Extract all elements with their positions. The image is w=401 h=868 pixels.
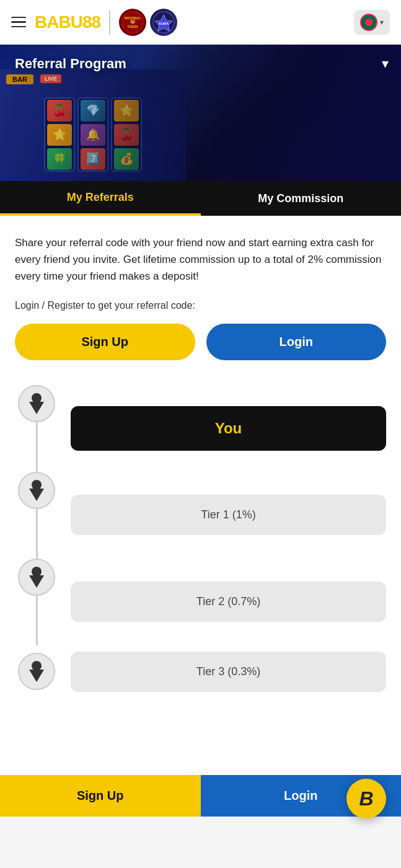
referral-banner: BAR LIVE 🍒 ⭐ 🍀 💎 🔔 7️⃣ ⭐ 🍒 💰 Referral Pr… (0, 45, 401, 181)
tier1-person-icon (18, 472, 55, 509)
person-figure-you (29, 393, 44, 414)
logo-text: BABU88 (35, 12, 100, 32)
signup-button[interactable]: Sign Up (15, 324, 195, 360)
tier-row-2: Tier 2 (0.7%) (15, 559, 386, 645)
tier-icon-col-2 (15, 559, 58, 645)
logo-divider (109, 10, 110, 35)
description-text: Share your referral code with your frien… (15, 234, 386, 285)
svg-text:AURA: AURA (159, 21, 169, 25)
person-body (29, 670, 44, 682)
svg-text:TIGERS: TIGERS (127, 25, 138, 28)
login-prompt-text: Login / Register to get your referral co… (15, 300, 386, 311)
login-button[interactable]: Login (206, 324, 387, 360)
header: BABU88 MONTREAL 🐯 TIGERS (0, 0, 401, 45)
logo-accent: 88 (82, 12, 100, 32)
tier-row-3: Tier 3 (0.3%) (15, 645, 386, 698)
header-left: BABU88 MONTREAL 🐯 TIGERS (11, 9, 177, 36)
banner-title: Referral Program (15, 56, 126, 72)
tier-row-you: You (15, 385, 386, 472)
language-selector[interactable]: ▾ (354, 10, 390, 35)
logo: BABU88 MONTREAL 🐯 TIGERS (35, 9, 177, 36)
aura-badge: AURA (150, 9, 177, 36)
logo-badges: MONTREAL 🐯 TIGERS AURA (119, 9, 177, 36)
tier2-box: Tier 2 (0.7%) (71, 582, 386, 622)
tier-row-1: Tier 1 (1%) (15, 472, 386, 559)
person-body (29, 575, 44, 588)
footer-buttons: Sign Up Login (0, 775, 401, 817)
tabs-container: My Referrals My Commission (0, 181, 401, 216)
footer-signup-button[interactable]: Sign Up (0, 775, 201, 817)
person-figure-2 (29, 567, 44, 588)
chevron-down-icon: ▾ (380, 18, 384, 27)
connector-line-2 (36, 509, 38, 559)
fab-button[interactable]: B (346, 779, 386, 818)
connector-line-3 (36, 596, 38, 645)
logo-main: BABU (35, 12, 82, 32)
banner-chevron-icon[interactable]: ▾ (382, 56, 389, 72)
tier-icon-col-3 (15, 653, 58, 690)
you-box: You (71, 406, 386, 451)
you-person-icon (18, 385, 55, 422)
tier1-box: Tier 1 (1%) (71, 495, 386, 535)
svg-text:🐯: 🐯 (130, 18, 136, 24)
header-right: ▾ (354, 10, 390, 35)
tier3-person-icon (18, 653, 55, 690)
main-content: Share your referral code with your frien… (0, 216, 401, 775)
person-body (29, 402, 44, 414)
fab-letter: B (359, 787, 373, 810)
tab-my-commission[interactable]: My Commission (201, 181, 402, 216)
person-figure-3 (29, 661, 44, 682)
tier-icon-col-you (15, 385, 58, 472)
hamburger-button[interactable] (11, 17, 26, 28)
flag-icon (360, 14, 377, 31)
tab-my-referrals[interactable]: My Referrals (0, 181, 201, 216)
montreal-tigers-badge: MONTREAL 🐯 TIGERS (119, 9, 146, 36)
person-figure-1 (29, 480, 44, 501)
tier-icon-col-1 (15, 472, 58, 559)
connector-line-1 (36, 422, 38, 472)
tier2-person-icon (18, 559, 55, 596)
person-body (29, 489, 44, 501)
tier3-box: Tier 3 (0.3%) (71, 652, 386, 692)
action-buttons: Sign Up Login (15, 324, 386, 360)
tier-section: You Tier 1 (1%) (15, 385, 386, 711)
